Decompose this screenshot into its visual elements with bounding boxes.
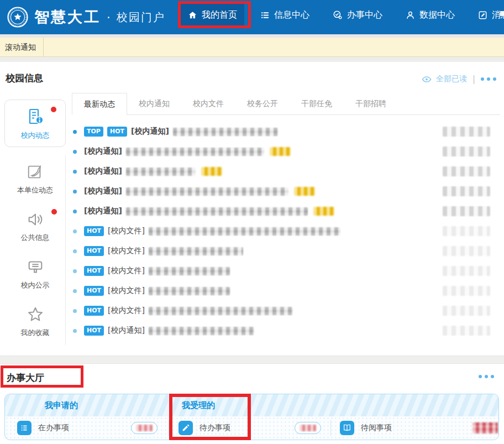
news-item-11[interactable]: HOT[校内通知] [72, 321, 500, 341]
divider: | [473, 74, 475, 84]
sidebar-item-2[interactable]: 本单位动态 [4, 155, 66, 202]
news-category: [校内文件] [108, 266, 145, 276]
brand-separator: · [107, 11, 111, 24]
nav-item-3[interactable]: 办事中心 [326, 4, 390, 26]
quill-icon [26, 163, 45, 181]
news-category: [校内通知] [84, 147, 122, 156]
redacted-date [443, 246, 490, 256]
hall-item-label-1[interactable]: 在办事项 [38, 423, 69, 433]
tab-5[interactable]: 干部任免 [290, 93, 344, 114]
hall-item-label-2[interactable]: 待办事项 [200, 423, 230, 433]
sidebar-item-label: 我的收藏 [21, 328, 50, 338]
redacted-count-pill[interactable] [295, 422, 321, 434]
news-item-3[interactable]: [校内通知] [72, 161, 500, 181]
nav-item-5[interactable]: 消息中心 [471, 4, 504, 26]
hot-badge: HOT [107, 127, 127, 137]
redacted-news-title [149, 247, 243, 255]
hot-badge: HOT [84, 246, 104, 256]
group-header-my-applications: 我申请的 [45, 400, 78, 411]
hall-item-label-3[interactable]: 待阅事项 [361, 423, 392, 433]
nav-item-label: 我的首页 [202, 9, 237, 21]
redacted-date [443, 286, 490, 296]
home-icon [188, 11, 197, 20]
more-menu-button[interactable] [479, 375, 494, 378]
tab-1[interactable]: 最新动态 [72, 93, 127, 115]
news-category: [校内通知] [84, 186, 122, 196]
news-item-9[interactable]: HOT[校内文件] [72, 281, 500, 301]
news-category: [校内文件] [108, 246, 145, 256]
placard-icon [26, 258, 45, 276]
news-item-5[interactable]: [校内通知] [72, 201, 500, 221]
news-category: [校内通知] [84, 206, 122, 216]
news-item-7[interactable]: HOT[校内文件] [72, 241, 500, 261]
news-item-1[interactable]: TOPHOT[校内通知] [72, 122, 500, 142]
redacted-count [300, 425, 316, 431]
speaker-icon [26, 210, 45, 229]
redacted-news-title [149, 267, 230, 275]
news-category: [校内文件] [108, 306, 145, 316]
redacted-count-pill[interactable] [131, 422, 158, 434]
news-list: TOPHOT[校内通知][校内通知][校内通知][校内通知][校内通知]HOT[… [72, 122, 500, 341]
panel-header-stripes: 我申请的 我受理的 [5, 394, 498, 416]
service-hall-panel: 我申请的 我受理的 在办事项待办事项待阅事项 [4, 394, 499, 440]
unread-dot [51, 209, 57, 215]
tab-3[interactable]: 校内文件 [181, 93, 235, 114]
tab-6[interactable]: 干部招聘 [344, 93, 398, 114]
service-hall-title: 办事大厅 [7, 372, 44, 384]
sidebar-item-label: 公共信息 [21, 233, 50, 243]
bullet-icon [73, 249, 77, 253]
hot-badge: HOT [84, 266, 104, 276]
news-item-10[interactable]: HOT[校内文件] [72, 301, 500, 321]
brand[interactable]: 智慧大工 · 校园门户 [7, 0, 165, 34]
sidebar-item-1[interactable]: 校内动态 [4, 100, 66, 147]
bullet-icon [73, 309, 77, 313]
nav-item-4[interactable]: 数据中心 [398, 4, 462, 26]
panel-body: 在办事项待办事项待阅事项 [5, 416, 498, 440]
campus-info-title: 校园信息 [6, 72, 43, 85]
message-edit-icon [478, 11, 487, 20]
campus-sidebar: 校内动态本单位动态公共信息校内公示我的收藏 [4, 100, 66, 345]
redacted-date [443, 306, 490, 316]
sidebar-item-3[interactable]: 公共信息 [4, 202, 66, 250]
redacted-date [443, 127, 490, 137]
nav-item-1[interactable]: 我的首页 [181, 4, 244, 26]
redacted-news-title [173, 128, 278, 136]
more-menu-button[interactable] [481, 77, 496, 81]
redacted-date [443, 326, 490, 336]
pen-square-icon[interactable] [179, 421, 193, 435]
person-icon [406, 11, 415, 20]
mark-all-read-button[interactable]: 全部已读 | [422, 74, 496, 84]
news-item-6[interactable]: HOT[校内文件] [72, 221, 500, 241]
news-item-2[interactable]: [校内通知] [72, 142, 500, 161]
redacted-count[interactable] [473, 422, 498, 433]
list-square-icon[interactable] [17, 421, 32, 435]
bullet-icon [73, 229, 77, 233]
sidebar-item-label: 校内公示 [21, 280, 50, 290]
redacted-new-badge [294, 187, 315, 196]
redacted-news-title [149, 287, 230, 295]
redacted-new-badge [201, 167, 222, 176]
bullet-icon [73, 190, 77, 194]
list-icon [260, 11, 270, 20]
bullet-icon [73, 170, 77, 174]
sidebar-item-5[interactable]: 我的收藏 [4, 297, 66, 345]
tab-4[interactable]: 校务公开 [235, 93, 290, 114]
hot-badge: HOT [84, 226, 104, 236]
book-icon[interactable] [340, 421, 354, 435]
star-icon [26, 305, 45, 324]
eye-icon [422, 76, 432, 83]
tab-2[interactable]: 校内通知 [127, 93, 181, 114]
sidebar-item-4[interactable]: 校内公示 [4, 250, 66, 297]
redacted-date [443, 166, 490, 176]
bullet-icon [73, 150, 77, 154]
redacted-date [443, 226, 490, 236]
hot-badge: HOT [84, 326, 104, 336]
redacted-news-title [126, 148, 264, 156]
nav-item-label: 数据中心 [419, 9, 455, 21]
news-category: [校内文件] [108, 226, 145, 236]
news-item-8[interactable]: HOT[校内文件] [72, 261, 500, 281]
divider-band [0, 356, 504, 364]
news-item-4[interactable]: [校内通知] [72, 181, 500, 201]
news-category: [校内通知] [131, 127, 169, 137]
nav-item-2[interactable]: 信息中心 [253, 4, 317, 26]
